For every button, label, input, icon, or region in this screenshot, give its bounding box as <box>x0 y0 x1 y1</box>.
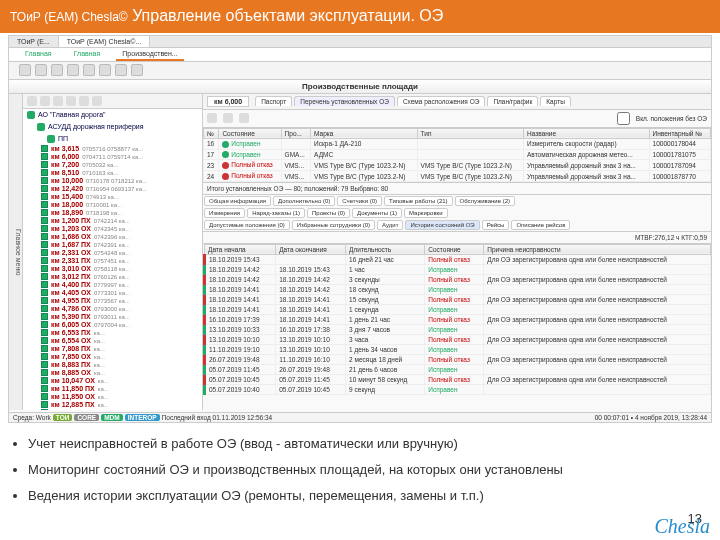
tree-item[interactable]: км 8,510 0710163 ка... <box>41 169 202 177</box>
tree-item[interactable]: км 4,405 ОХ 0773301 ка... <box>41 289 202 297</box>
tree-item[interactable]: км 4,955 ПХ 0773567 ка... <box>41 297 202 305</box>
tree-item[interactable]: км 6,553 ПХ ка... <box>41 329 202 337</box>
table-row[interactable]: 16.10.2019 17:3918.10.2019 14:411 день 2… <box>205 314 711 324</box>
tree-item[interactable]: км 1,200 ПХ 0742214 ка... <box>41 217 202 225</box>
tree-item[interactable]: км 8,883 ПХ ка... <box>41 361 202 369</box>
tree-item[interactable]: км 3,615 0705716 0758877 ка... <box>41 145 202 153</box>
ribbon-tab-home2[interactable]: Главная <box>68 48 107 61</box>
tree-sub2[interactable]: ПП <box>23 133 202 145</box>
checkbox-include-empty[interactable] <box>617 112 630 125</box>
detail-tab[interactable]: Избранные сотрудники (0) <box>292 220 375 230</box>
detail-tab[interactable]: Общая информация <box>204 196 271 206</box>
detail-tab[interactable]: История состояний ОЭ <box>405 220 479 230</box>
tree-tool-icon[interactable] <box>92 96 102 106</box>
toolbar-icon[interactable] <box>19 64 31 76</box>
detail-tab[interactable]: Рейсы <box>482 220 510 230</box>
detail-tab[interactable]: Измерения <box>204 208 245 218</box>
toolbar-icon[interactable] <box>115 64 127 76</box>
detail-tab[interactable]: Аудит <box>377 220 403 230</box>
tree-item[interactable]: км 18,890 0718198 ка... <box>41 209 202 217</box>
tree-item[interactable]: км 15,400 074913 ка... <box>41 193 202 201</box>
table-row[interactable]: 18.10.2019 14:4118.10.2019 14:411 секунд… <box>205 304 711 314</box>
toolbar-icon[interactable] <box>35 64 47 76</box>
tree-tool-icon[interactable] <box>27 96 37 106</box>
toolbar-icon[interactable] <box>83 64 95 76</box>
tree-item[interactable]: км 3,012 ПХ 0760126 ка... <box>41 273 202 281</box>
tree-item[interactable]: км 4,786 ОХ 0793000 ка... <box>41 305 202 313</box>
table-row[interactable]: 18.10.2019 14:4218.10.2019 14:423 секунд… <box>205 274 711 284</box>
tree-tool-icon[interactable] <box>40 96 50 106</box>
tree-root[interactable]: АО "Главная дорога" <box>23 109 202 121</box>
tree-sub[interactable]: АСУДД дорожная периферия <box>23 121 202 133</box>
tree-item[interactable]: км 10,047 ОХ ка... <box>41 377 202 385</box>
tree-item[interactable]: км 5,390 ПХ 0793011 ка... <box>41 313 202 321</box>
tree-item[interactable]: км 1,203 ОХ 0742345 ка... <box>41 225 202 233</box>
table-row[interactable]: 18.10.2019 15:4316 дней 21 часПолный отк… <box>205 254 711 264</box>
tree-item[interactable]: км 4,400 ПХ 0779997 ка... <box>41 281 202 289</box>
tree-item[interactable]: км 12,420 0716954 0693137 ка... <box>41 185 202 193</box>
table-row[interactable]: 18.10.2019 14:4218.10.2019 15:431 часИсп… <box>205 264 711 274</box>
detail-tab[interactable]: Наряд-заказы (1) <box>247 208 305 218</box>
detail-tab[interactable]: Счетчики (0) <box>337 196 382 206</box>
table-row[interactable]: 26.07.2019 19:4811.10.2019 16:102 месяца… <box>205 354 711 364</box>
table-row[interactable]: 18.10.2019 14:4118.10.2019 14:4218 секун… <box>205 284 711 294</box>
detail-tab[interactable]: Допустимые положения (0) <box>204 220 290 230</box>
tree-item[interactable]: км 7,808 ПХ ка... <box>41 345 202 353</box>
view-tab[interactable]: Паспорт <box>255 96 292 106</box>
view-tab[interactable]: Схема расположения ОЭ <box>397 96 486 106</box>
tree-item[interactable]: км 1,686 ОХ 0742396 ка... <box>41 233 202 241</box>
window-tab-2[interactable]: ТОиР (EAM) Chesla©... <box>59 36 151 47</box>
toolbar-icon[interactable] <box>131 64 143 76</box>
tree-item[interactable]: км 6,005 ОХ 0797004 ка... <box>41 321 202 329</box>
ribbon-tab-prod[interactable]: Производствен... <box>116 48 183 61</box>
window-tab-1[interactable]: ТОиР (E... <box>9 36 59 47</box>
tree-item[interactable]: км 12,885 ПХ ка... <box>41 401 202 409</box>
history-grid[interactable]: Дата началаДата окончанияДлительностьСос… <box>203 244 711 410</box>
tree-item[interactable]: км 1,687 ПХ 0742391 ка... <box>41 241 202 249</box>
detail-tab[interactable]: Маркировки <box>404 208 448 218</box>
tree-item[interactable]: км 6,554 ОХ ка... <box>41 337 202 345</box>
table-row[interactable]: 16 ИсправенИскра-1 ДА-210Измеритель скор… <box>204 138 711 149</box>
table-row[interactable]: 17 ИсправенGMA...АДМСАвтоматическая доро… <box>204 149 711 160</box>
tree-item[interactable]: км 2,331 ОХ 0754248 ка... <box>41 249 202 257</box>
table-row[interactable]: 24 Полный отказVMS...VMS Type B/С (Type … <box>204 171 711 182</box>
filter-icon[interactable] <box>207 113 217 123</box>
tree-tool-icon[interactable] <box>66 96 76 106</box>
equipment-grid[interactable]: №СостояниеПро...МаркаТипНазваниеИнвентар… <box>203 128 711 183</box>
filter-icon[interactable] <box>223 113 233 123</box>
table-row[interactable]: 05.07.2019 10:4005.07.2019 10:459 секунд… <box>205 384 711 394</box>
tree-tool-icon[interactable] <box>53 96 63 106</box>
tree-item[interactable]: км 11,850 ОХ ка... <box>41 393 202 401</box>
view-tab[interactable]: План/график <box>487 96 538 106</box>
toolbar-icon[interactable] <box>67 64 79 76</box>
tree-item[interactable]: км 13,580 ПХ ка... <box>41 409 202 410</box>
table-row[interactable]: 23 Полный отказVMS...VMS Type B/С (Type … <box>204 160 711 171</box>
table-row[interactable]: 13.10.2019 10:3316.10.2019 17:383 дня 7 … <box>205 324 711 334</box>
tree-item[interactable]: км 6,000 0704711 0759714 ка... <box>41 153 202 161</box>
toolbar-icon[interactable] <box>51 64 63 76</box>
side-rail[interactable]: Главное меню <box>9 94 23 410</box>
table-row[interactable]: 11.10.2019 19:1013.10.2019 10:101 день 3… <box>205 344 711 354</box>
table-row[interactable]: 05.07.2019 10:4505.07.2019 11:4510 минут… <box>205 374 711 384</box>
view-tab[interactable]: Перечень установленных ОЭ <box>294 96 395 106</box>
tree-item[interactable]: км 10,000 0710178 0718212 ка... <box>41 177 202 185</box>
table-row[interactable]: 13.10.2019 10:1013.10.2019 10:103 часаПо… <box>205 334 711 344</box>
view-tab[interactable]: Карты <box>540 96 571 106</box>
detail-tab[interactable]: Обслуживание (2) <box>455 196 515 206</box>
tree-item[interactable]: км 18,000 0710001 ка... <box>41 201 202 209</box>
detail-tab[interactable]: Описание рейсов <box>511 220 570 230</box>
detail-tab[interactable]: Дополнительно (0) <box>273 196 335 206</box>
table-row[interactable]: 05.07.2019 11:4526.07.2019 19:4821 день … <box>205 364 711 374</box>
ribbon-tab-home1[interactable]: Главная <box>19 48 58 61</box>
tree-item[interactable]: км 2,331 ПХ 0757451 ка... <box>41 257 202 265</box>
table-row[interactable]: 18.10.2019 14:4118.10.2019 14:4115 секун… <box>205 294 711 304</box>
tree-item[interactable]: км 7,200 0705032 ка... <box>41 161 202 169</box>
tree-item[interactable]: км 11,850 ПХ ка... <box>41 385 202 393</box>
tree-item[interactable]: км 8,885 ОХ ка... <box>41 369 202 377</box>
detail-tab[interactable]: Проекты (0) <box>307 208 350 218</box>
tree-item[interactable]: км 7,850 ОХ ка... <box>41 353 202 361</box>
detail-tab[interactable]: Документы (1) <box>352 208 402 218</box>
tree-item[interactable]: км 3,010 ОХ 0758118 ка... <box>41 265 202 273</box>
detail-tab[interactable]: Типовые работы (21) <box>384 196 453 206</box>
toolbar-icon[interactable] <box>99 64 111 76</box>
